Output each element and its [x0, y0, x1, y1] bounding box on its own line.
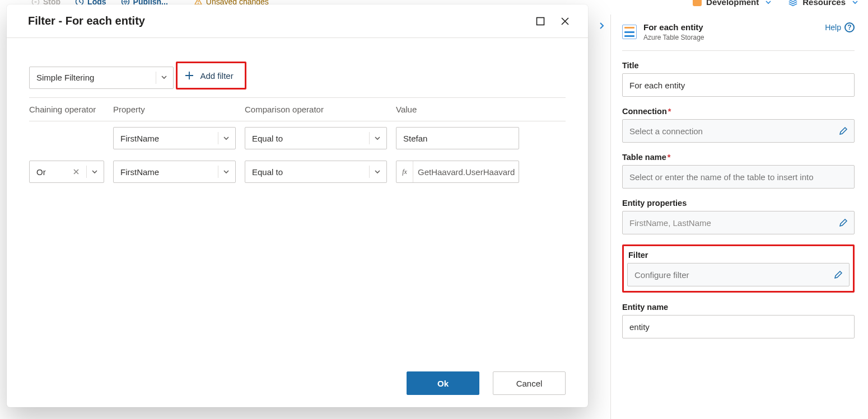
pencil-icon[interactable]: [838, 217, 849, 228]
entity-name-label: Entity name: [622, 303, 855, 312]
table-input[interactable]: [622, 165, 855, 189]
header-right: Development Resources: [693, 0, 858, 7]
chevron-down-icon: [374, 167, 381, 177]
environment-icon: [693, 0, 702, 6]
field-title: Title: [622, 61, 855, 97]
col-property: Property: [113, 105, 245, 114]
table-storage-icon: [622, 25, 637, 39]
development-label: Development: [706, 0, 759, 7]
table-label: Table name*: [622, 153, 855, 162]
filter-grid: Chaining operator Property Comparison op…: [29, 97, 566, 189]
grid-header: Chaining operator Property Comparison op…: [29, 98, 566, 121]
property-value: FirstName: [120, 134, 159, 143]
filter-label: Filter: [628, 251, 848, 260]
chevron-down-icon: [161, 73, 167, 82]
filter-row: Or FirstName: [29, 155, 566, 189]
comparison-value: Equal to: [252, 134, 283, 143]
props-label: Entity properties: [622, 199, 855, 208]
connection-label: Connection*: [622, 107, 855, 116]
filter-mode-select[interactable]: Simple Filtering: [29, 67, 174, 89]
help-label: Help: [825, 23, 841, 32]
property-select[interactable]: FirstName: [113, 127, 236, 149]
maximize-button[interactable]: [534, 15, 547, 27]
chevron-down-icon: [223, 167, 230, 177]
field-entity-name: Entity name: [622, 303, 855, 338]
help-link[interactable]: Help ?: [825, 22, 855, 32]
development-selector[interactable]: Development: [693, 0, 771, 7]
filter-row: FirstName Equal to: [29, 121, 566, 155]
svg-rect-1: [34, 1, 36, 2]
filter-field-highlight: Filter: [622, 244, 855, 293]
clear-icon[interactable]: [72, 168, 81, 175]
property-select[interactable]: FirstName: [113, 161, 236, 183]
modal-title: Filter - For each entity: [28, 15, 145, 27]
plus-icon: [184, 70, 194, 81]
field-table-name: Table name*: [622, 153, 855, 189]
pencil-icon[interactable]: [838, 125, 849, 136]
caret-down-icon: [852, 0, 858, 7]
required-mark: *: [668, 153, 671, 162]
value-input[interactable]: [396, 127, 519, 149]
panel-header: For each entity Azure Table Storage Help…: [622, 22, 855, 51]
add-filter-highlight: Add filter: [176, 62, 246, 90]
close-button[interactable]: [559, 15, 571, 27]
comparison-select[interactable]: Equal to: [245, 161, 387, 183]
chevron-down-icon: [91, 167, 98, 177]
svg-rect-6: [537, 17, 544, 25]
filter-modal: Filter - For each entity Simple Filterin…: [7, 4, 588, 407]
title-input[interactable]: [622, 73, 855, 97]
property-value: FirstName: [120, 167, 159, 177]
resources-selector[interactable]: Resources: [788, 0, 858, 7]
modal-body: Simple Filtering Add filter Chaining ope…: [7, 38, 588, 361]
col-value: Value: [396, 105, 566, 114]
select-divider: [156, 72, 156, 84]
cancel-label: Cancel: [516, 379, 543, 388]
required-mark: *: [668, 107, 671, 116]
resources-label: Resources: [802, 0, 846, 7]
filter-mode-value: Simple Filtering: [36, 73, 94, 82]
ok-button[interactable]: Ok: [407, 371, 479, 395]
title-label: Title: [622, 61, 855, 70]
caret-down-icon: [766, 0, 771, 7]
modal-footer: Ok Cancel: [7, 361, 588, 407]
chain-value: Or: [36, 167, 46, 177]
connection-input[interactable]: [622, 119, 855, 143]
pencil-icon[interactable]: [833, 269, 844, 280]
ok-label: Ok: [437, 379, 449, 388]
col-chain: Chaining operator: [29, 105, 113, 114]
layers-icon: [788, 0, 798, 7]
chevron-down-icon: [374, 134, 381, 143]
filter-input[interactable]: [627, 263, 850, 286]
chain-operator-select[interactable]: Or: [29, 161, 104, 183]
value-expression[interactable]: fx GetHaavard.UserHaavard: [396, 161, 519, 183]
comparison-select[interactable]: Equal to: [245, 127, 387, 149]
modal-header: Filter - For each entity: [7, 4, 588, 38]
entity-name-input[interactable]: [622, 315, 855, 338]
add-filter-label: Add filter: [200, 71, 233, 81]
expression-text: GetHaavard.UserHaavard: [413, 167, 519, 177]
add-filter-button[interactable]: Add filter: [180, 65, 241, 86]
comparison-value: Equal to: [252, 167, 283, 177]
col-comparison: Comparison operator: [245, 105, 396, 114]
chevron-down-icon: [223, 134, 230, 143]
fx-icon: fx: [396, 161, 413, 182]
properties-panel: For each entity Azure Table Storage Help…: [610, 15, 865, 419]
cancel-button[interactable]: Cancel: [493, 371, 566, 395]
help-icon: ?: [844, 22, 855, 32]
panel-collapse-button[interactable]: [595, 19, 608, 32]
panel-title: For each entity: [643, 22, 704, 32]
field-entity-properties: Entity properties: [622, 199, 855, 234]
field-connection: Connection*: [622, 107, 855, 143]
svg-point-5: [198, 3, 199, 4]
panel-subtitle: Azure Table Storage: [643, 34, 704, 41]
entity-properties-input[interactable]: [622, 211, 855, 234]
